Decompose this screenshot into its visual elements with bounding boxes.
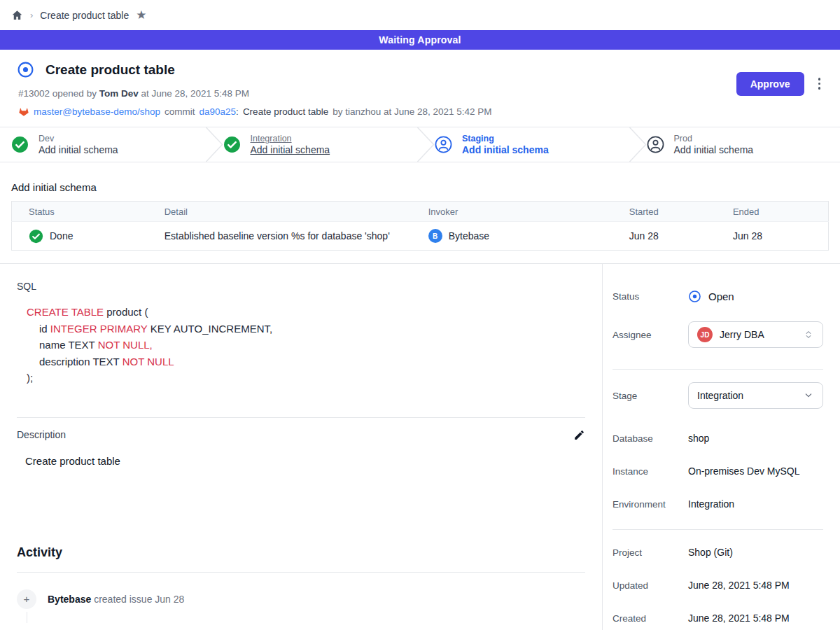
col-invoker: Invoker [428, 202, 629, 222]
stage-separator [629, 127, 647, 162]
stage-integration[interactable]: Integration Add initial schema [223, 127, 417, 162]
updated-label: Updated [612, 580, 688, 591]
home-icon[interactable] [11, 9, 23, 21]
status-label: Status [612, 291, 688, 302]
timeline-connector [27, 612, 27, 623]
description-text: Create product table [25, 455, 585, 467]
issue-id: #13002 [18, 88, 50, 99]
kebab-menu-icon[interactable] [816, 72, 824, 95]
pipeline-stage-bar: Dev Add initial schema Integration Add i… [0, 127, 840, 162]
table-row[interactable]: Done Established baseline version %s for… [12, 222, 829, 251]
person-circle-icon [435, 136, 452, 153]
updated-value: June 28, 2021 5:48 PM [688, 580, 790, 591]
person-circle-icon [647, 136, 664, 153]
environment-label: Environment [612, 499, 688, 510]
col-ended: Ended [733, 202, 829, 222]
task-detail: Established baseline version %s for data… [164, 222, 428, 251]
stage-staging[interactable]: Staging Add initial schema [435, 127, 629, 162]
issue-detail-panel: SQL CREATE TABLE product ( id INTEGER PR… [0, 264, 602, 630]
check-circle-icon [11, 136, 29, 153]
page-title: Create product table [46, 62, 175, 78]
status-value: Open [688, 290, 734, 303]
issue-meta: #13002 opened by Tom Dev at June 28, 202… [18, 88, 492, 99]
instance-value: On-premises Dev MySQL [688, 465, 799, 477]
stage-prod[interactable]: Prod Add initial schema [647, 127, 840, 162]
assignee-value: Jerry DBA [720, 329, 796, 340]
stage-dev[interactable]: Dev Add initial schema [11, 127, 205, 162]
chevron-down-icon [803, 390, 814, 401]
breadcrumb: › Create product table ★ [0, 0, 840, 30]
branch-repo-link[interactable]: master@bytebase-demo/shop [34, 106, 160, 117]
issue-open-icon [17, 61, 34, 78]
sql-code-line: ); [27, 370, 585, 386]
sql-code-line: CREATE TABLE product ( [27, 304, 585, 321]
invoker-avatar: B [428, 229, 442, 243]
description-label: Description [17, 429, 66, 440]
created-value: June 28, 2021 5:48 PM [688, 612, 790, 624]
stage-separator [205, 127, 223, 162]
activity-title: Activity [17, 545, 585, 560]
check-circle-icon [223, 136, 241, 153]
divider [612, 369, 823, 370]
assignee-select[interactable]: JD Jerry DBA [688, 321, 823, 348]
project-label: Project [612, 547, 688, 558]
open-radio-icon [688, 290, 701, 303]
col-status: Status [12, 202, 164, 222]
breadcrumb-current[interactable]: Create product table [40, 10, 129, 21]
col-detail: Detail [164, 202, 428, 222]
sql-code-line: id INTEGER PRIMARY KEY AUTO_INCREMENT, [27, 321, 585, 337]
task-table: Status Detail Invoker Started Ended Done… [11, 201, 829, 251]
sql-code-line: description TEXT NOT NULL [27, 354, 585, 370]
activity-action: created issue Jun 28 [94, 594, 184, 605]
task-ended: Jun 28 [733, 222, 829, 251]
environment-value: Integration [688, 498, 734, 510]
done-check-icon [29, 229, 43, 244]
list-item: + Bytebase created issue Jun 28 [17, 589, 585, 609]
commit-byline: by tianzhou at June 28, 2021 5:42 PM [332, 106, 491, 117]
issue-sidebar: Status Open Assignee JD Jerry DBA Stage [602, 264, 840, 630]
stage-value: Integration [697, 390, 796, 401]
stage-select[interactable]: Integration [688, 382, 823, 409]
approve-button[interactable]: Approve [736, 72, 804, 96]
sql-label: SQL [17, 281, 585, 292]
database-value: shop [688, 433, 709, 444]
plus-icon: + [17, 589, 36, 609]
task-status: Done [50, 230, 73, 241]
task-section-title: Add initial schema [11, 181, 829, 193]
stage-label: Stage [612, 391, 688, 401]
assignee-label: Assignee [612, 330, 688, 340]
assignee-avatar: JD [697, 327, 713, 342]
task-started: Jun 28 [629, 222, 733, 251]
col-started: Started [629, 202, 733, 222]
approval-banner: Waiting Approval [0, 30, 840, 50]
stage-separator [416, 127, 435, 162]
divider [17, 572, 585, 573]
sql-code-line: name TEXT NOT NULL, [27, 337, 585, 354]
star-icon[interactable]: ★ [136, 9, 146, 21]
divider [17, 417, 585, 418]
issue-author[interactable]: Tom Dev [99, 88, 139, 99]
sql-code-block: CREATE TABLE product ( id INTEGER PRIMAR… [27, 304, 585, 386]
activity-actor: Bytebase [48, 594, 91, 605]
chevron-right-icon: › [30, 10, 33, 20]
instance-label: Instance [612, 466, 688, 477]
gitlab-icon [18, 106, 29, 117]
issue-header: Create product table #13002 opened by To… [0, 50, 840, 127]
project-value: Shop (Git) [688, 547, 733, 558]
selector-chevrons-icon [803, 329, 814, 340]
database-label: Database [612, 433, 688, 444]
commit-hash-link[interactable]: da90a25 [200, 106, 237, 117]
task-invoker: Bytebase [449, 230, 489, 241]
commit-meta: master@bytebase-demo/shop commit da90a25… [18, 106, 492, 117]
approval-banner-text: Waiting Approval [379, 34, 461, 46]
commit-message: Create product table [243, 106, 328, 117]
divider [612, 529, 823, 530]
edit-pencil-icon[interactable] [573, 429, 585, 441]
created-label: Created [612, 613, 688, 624]
task-section: Add initial schema Status Detail Invoker… [0, 162, 840, 263]
